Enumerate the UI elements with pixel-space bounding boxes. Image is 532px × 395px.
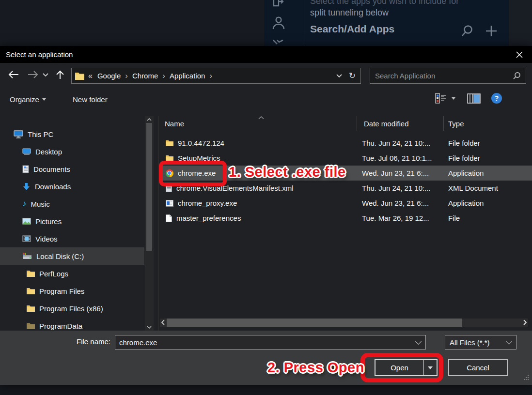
- desktop-background: [0, 0, 264, 46]
- sidebar-item-this-pc[interactable]: This PC: [0, 125, 144, 143]
- address-dropdown-icon[interactable]: [336, 74, 342, 78]
- file-type: Application: [444, 199, 532, 207]
- close-button[interactable]: [509, 46, 530, 63]
- resize-grip[interactable]: [523, 374, 529, 380]
- breadcrumb-collapsed[interactable]: «: [88, 72, 93, 80]
- videos-icon: [22, 235, 31, 242]
- sidebar-item-local-disk-c[interactable]: Local Disk (C:): [0, 247, 144, 265]
- file-name-input[interactable]: [115, 338, 416, 347]
- close-icon: [516, 51, 523, 58]
- local-disk-icon: [22, 253, 32, 260]
- file-type: File folder: [444, 154, 532, 162]
- sidebar-item-programdata[interactable]: ProgramData: [0, 317, 144, 331]
- file-name: chrome_proxy.exe: [178, 199, 237, 207]
- breadcrumb-separator-icon[interactable]: ›: [209, 71, 212, 81]
- split-tunneling-description-line1: Select the apps you wish to include for: [310, 0, 459, 6]
- vpn-app-window: Select the apps you wish to include for …: [264, 0, 509, 46]
- scroll-down-icon[interactable]: [147, 326, 152, 329]
- sidebar-item-music[interactable]: ♪ Music: [0, 195, 144, 213]
- file-row-chrome-proxy-exe[interactable]: chrome_proxy.exe Wed. Jun 23, 21 6:... A…: [160, 196, 532, 211]
- cancel-button[interactable]: Cancel: [448, 359, 508, 376]
- profile-icon[interactable]: [272, 15, 285, 30]
- view-dropdown-icon[interactable]: [452, 97, 455, 100]
- search-icon[interactable]: [513, 72, 521, 80]
- file-name: 91.0.4472.124: [178, 139, 224, 147]
- sidebar-item-desktop[interactable]: Desktop: [0, 143, 144, 160]
- scroll-left-icon[interactable]: [161, 319, 165, 325]
- folder-icon: [27, 305, 35, 312]
- file-name: master_preferences: [176, 214, 241, 222]
- this-pc-icon: [14, 130, 23, 138]
- sidebar-scrollbar[interactable]: [145, 116, 154, 331]
- navigation-row: « Google › Chrome › Application › ↻: [0, 63, 532, 87]
- app-nav-rail: [264, 0, 303, 46]
- dialog-toolbar: Organize New folder ?: [0, 87, 532, 115]
- horizontal-scrollbar[interactable]: [160, 319, 528, 327]
- documents-icon: [22, 165, 29, 173]
- help-icon[interactable]: ?: [491, 93, 502, 104]
- file-list: Name Date modified Type 91.0.4472.124 Th…: [160, 116, 532, 331]
- file-name-combobox[interactable]: [115, 335, 426, 349]
- organize-button[interactable]: Organize: [10, 95, 46, 104]
- logout-icon[interactable]: [272, 0, 284, 8]
- scrollbar-thumb[interactable]: [167, 319, 462, 327]
- column-header-date-modified[interactable]: Date modified: [357, 116, 444, 131]
- app-search-icon[interactable]: [460, 24, 474, 38]
- new-folder-button[interactable]: New folder: [73, 95, 108, 104]
- file-type-dropdown[interactable]: All Files (*.*): [445, 335, 516, 349]
- breadcrumb-separator-icon[interactable]: ›: [162, 71, 165, 81]
- sidebar-item-pictures[interactable]: Pictures: [0, 213, 144, 230]
- sidebar-item-documents[interactable]: Documents: [0, 160, 144, 178]
- sidebar-item-program-files-x86[interactable]: Program Files (x86): [0, 300, 144, 317]
- music-icon: ♪: [22, 200, 27, 207]
- dialog-footer: File name: All Files (*.*) Open Cancel: [0, 331, 532, 385]
- breadcrumb-separator-icon[interactable]: ›: [125, 71, 128, 81]
- sidebar-item-perflogs[interactable]: PerfLogs: [0, 265, 144, 282]
- scroll-right-icon[interactable]: [523, 319, 527, 325]
- search-box[interactable]: [370, 68, 526, 84]
- scrollbar-thumb[interactable]: [146, 123, 152, 251]
- refresh-icon[interactable]: ↻: [349, 71, 356, 81]
- downloads-icon: [22, 182, 31, 191]
- sidebar-item-videos[interactable]: Videos: [0, 230, 144, 247]
- pane-divider: [158, 116, 158, 331]
- file-date: Thu. Jun 24, 21 10:...: [357, 139, 444, 147]
- app-divider: [304, 0, 304, 46]
- pictures-icon: [22, 218, 31, 225]
- up-icon[interactable]: [55, 70, 65, 79]
- organize-caret-icon: [42, 98, 46, 101]
- file-date: Thu. Jun 24, 21 10:...: [357, 184, 444, 192]
- file-row-master-preferences[interactable]: master_preferences Tue. Mar 26, 19 12...…: [160, 211, 532, 226]
- folder-icon: [27, 270, 35, 277]
- chevron-down-icon[interactable]: [415, 338, 422, 345]
- folder-icon: [27, 322, 35, 329]
- breadcrumb[interactable]: « Google › Chrome › Application › ↻: [71, 68, 361, 84]
- annotation-box-press-open: [360, 353, 443, 382]
- recent-locations-icon[interactable]: [43, 73, 48, 77]
- breadcrumb-segment-google[interactable]: Google: [97, 72, 121, 80]
- file-date: Wed. Jun 23, 21 6:...: [357, 169, 444, 177]
- sidebar-item-downloads[interactable]: Downloads: [0, 178, 144, 195]
- file-row-91-0-4472-124[interactable]: 91.0.4472.124 Thu. Jun 24, 21 10:... Fil…: [160, 136, 532, 151]
- folder-icon: [27, 288, 35, 294]
- wrench-icon[interactable]: [272, 39, 284, 46]
- search-input[interactable]: [375, 72, 506, 80]
- change-view-icon[interactable]: [435, 93, 447, 104]
- search-add-apps-heading: Search/Add Apps: [310, 23, 394, 35]
- file-icon: [166, 214, 172, 222]
- preview-pane-icon[interactable]: [467, 93, 481, 104]
- folder-icon: [75, 72, 84, 80]
- breadcrumb-segment-chrome[interactable]: Chrome: [132, 72, 158, 80]
- dialog-title: Select an application: [6, 50, 73, 59]
- back-icon[interactable]: [8, 70, 19, 79]
- column-header-type[interactable]: Type: [444, 116, 532, 131]
- file-dialog: Select an application « Google ›: [0, 46, 532, 385]
- scroll-up-icon[interactable]: [147, 118, 152, 121]
- forward-icon[interactable]: [27, 70, 39, 79]
- file-date: Tue. Mar 26, 19 12...: [357, 214, 444, 222]
- split-tunneling-description-line2: split tunneling below: [310, 8, 389, 18]
- application-icon: [166, 200, 173, 207]
- add-app-icon[interactable]: [485, 24, 498, 38]
- sidebar-item-program-files[interactable]: Program Files: [0, 282, 144, 300]
- breadcrumb-segment-application[interactable]: Application: [170, 72, 205, 80]
